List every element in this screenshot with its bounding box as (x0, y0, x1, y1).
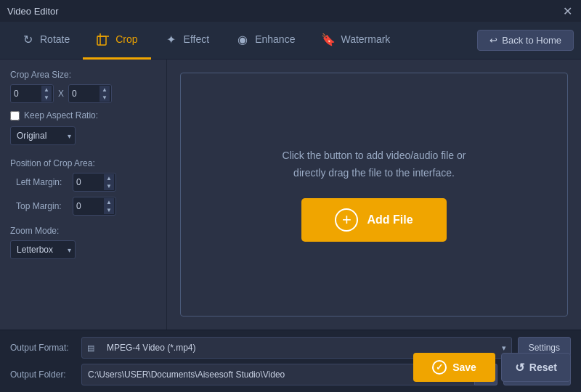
crop-height-up[interactable]: ▲ (99, 86, 110, 94)
save-button[interactable]: ✓ Save (413, 353, 495, 382)
main-area: Crop Area Size: ▲ ▼ X ▲ ▼ Keep Aspect Ra… (0, 60, 581, 330)
folder-label: Output Folder: (10, 369, 76, 380)
left-margin-input[interactable]: ▲ ▼ (73, 173, 116, 192)
keep-aspect-label[interactable]: Keep Aspect Ratio: (24, 110, 98, 121)
rotate-icon: ↻ (20, 32, 35, 46)
svg-rect-0 (97, 36, 106, 45)
tab-watermark[interactable]: 🔖 Watermark (308, 22, 403, 60)
plus-icon: + (335, 208, 358, 232)
left-margin-up[interactable]: ▲ (104, 174, 114, 182)
save-check-icon: ✓ (432, 360, 447, 375)
top-margin-label: Top Margin: (16, 201, 68, 211)
crop-width-up[interactable]: ▲ (41, 86, 52, 94)
left-margin-field[interactable] (76, 177, 104, 187)
top-margin-row: Top Margin: ▲ ▼ (10, 197, 156, 216)
crop-height-field[interactable] (72, 89, 99, 99)
left-margin-row: Left Margin: ▲ ▼ (10, 173, 156, 192)
enhance-icon: ◉ (235, 32, 250, 46)
top-margin-down[interactable]: ▼ (104, 206, 114, 214)
keep-aspect-checkbox[interactable] (10, 111, 20, 121)
zoom-select-wrapper[interactable]: Letterbox Pan & Scan Full (10, 240, 76, 259)
watermark-icon: 🔖 (321, 32, 336, 46)
reset-button[interactable]: ↺ Reset (501, 353, 571, 382)
tab-enhance-label: Enhance (255, 33, 295, 45)
left-panel: Crop Area Size: ▲ ▼ X ▲ ▼ Keep Aspect Ra… (0, 60, 167, 330)
zoom-select[interactable]: Letterbox Pan & Scan Full (10, 240, 76, 259)
tab-bar: ↻ Rotate Crop ✦ Effect ◉ Enhance 🔖 Water… (0, 22, 581, 60)
canvas-hint: Click the button to add video/audio file… (283, 147, 466, 182)
zoom-mode-label: Zoom Mode: (10, 226, 156, 236)
x-separator: X (58, 89, 64, 99)
effect-icon: ✦ (164, 32, 179, 46)
left-margin-label: Left Margin: (16, 177, 68, 187)
top-margin-up[interactable]: ▲ (104, 198, 114, 206)
back-icon: ↩ (489, 35, 497, 46)
canvas-box: Click the button to add video/audio file… (180, 73, 568, 317)
left-margin-spinners: ▲ ▼ (104, 174, 114, 190)
tab-effect-label: Effect (184, 33, 210, 45)
tab-rotate[interactable]: ↻ Rotate (7, 22, 83, 60)
crop-icon (96, 32, 110, 46)
tab-watermark-label: Watermark (341, 33, 390, 45)
top-margin-field[interactable] (76, 201, 104, 211)
crop-height-input[interactable]: ▲ ▼ (68, 84, 112, 103)
back-label: Back to Home (502, 35, 561, 46)
add-file-button[interactable]: + Add File (301, 198, 447, 242)
crop-height-spinners: ▲ ▼ (99, 86, 110, 102)
left-margin-down[interactable]: ▼ (104, 182, 114, 190)
back-to-home-button[interactable]: ↩ Back to Home (477, 30, 574, 51)
crop-width-input[interactable]: ▲ ▼ (10, 84, 54, 103)
tab-enhance[interactable]: ◉ Enhance (222, 22, 308, 60)
crop-width-down[interactable]: ▼ (41, 94, 52, 102)
format-label: Output Format: (10, 343, 76, 353)
tab-crop[interactable]: Crop (83, 22, 150, 60)
crop-height-down[interactable]: ▼ (99, 94, 110, 102)
top-margin-spinners: ▲ ▼ (104, 198, 114, 214)
action-buttons: ✓ Save ↺ Reset (413, 353, 571, 382)
close-button[interactable]: ✕ (561, 4, 574, 17)
aspect-select-wrapper[interactable]: Original (10, 126, 76, 145)
app-title: Video Editor (7, 6, 59, 17)
crop-area-size-label: Crop Area Size: (10, 70, 156, 80)
crop-width-spinners: ▲ ▼ (41, 86, 52, 102)
crop-width-field[interactable] (14, 89, 41, 99)
title-bar: Video Editor ✕ (0, 0, 581, 22)
tab-rotate-label: Rotate (40, 33, 70, 45)
aspect-select[interactable]: Original (10, 126, 76, 145)
canvas-area: Click the button to add video/audio file… (167, 60, 581, 330)
crop-size-row: ▲ ▼ X ▲ ▼ (10, 84, 156, 103)
add-file-label: Add File (367, 213, 413, 226)
reset-label: Reset (529, 362, 557, 373)
save-label: Save (452, 362, 476, 373)
top-margin-input[interactable]: ▲ ▼ (73, 197, 116, 216)
position-label: Position of Crop Area: (10, 158, 156, 168)
reset-icon: ↺ (515, 361, 524, 375)
tab-effect[interactable]: ✦ Effect (151, 22, 223, 60)
tab-crop-label: Crop (115, 33, 137, 45)
keep-aspect-row: Keep Aspect Ratio: (10, 110, 156, 121)
